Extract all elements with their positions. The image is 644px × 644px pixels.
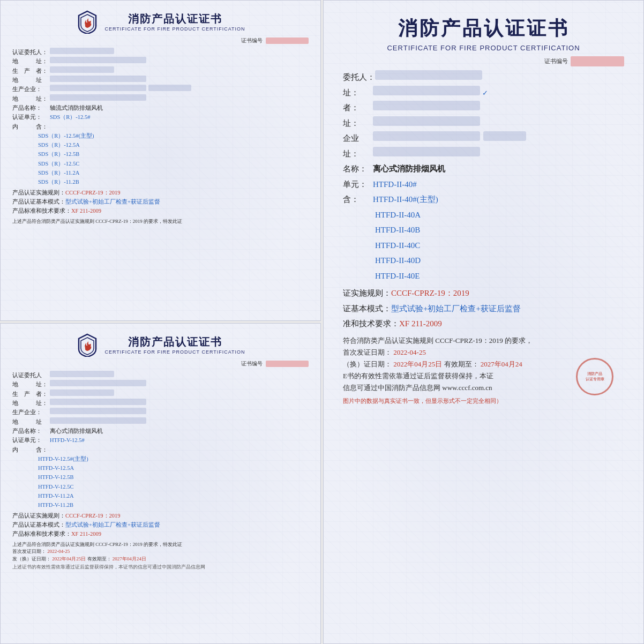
card3-mode-label: 证基本模式： [343,301,391,317]
card2-cert-number-row: 证书编号 [12,360,309,368]
card3-applicant-value [375,70,482,80]
card3-item-1: HTFD-II-40A [375,207,624,223]
card3-manufacturer-value [373,101,480,110]
card3-addr1-value [373,86,480,95]
card3-addr2-label: 址： [343,116,373,131]
card2-addr2-value [50,399,146,405]
card2-contains-item-1: HTFD-V-12.5A [38,463,309,473]
card2-manufacturer-value [50,390,114,396]
card2-standard-value: XF 211-2009 [71,529,101,538]
card3-enterprise-label: 企业 [343,131,373,146]
fire-cert-logo-2 [76,333,99,357]
card3-standard-label: 准和技术要求： [343,316,399,332]
card1-cert-number-value [266,38,309,44]
card2-contains-item-5: HTFD-V-11.2B [38,500,309,510]
card3-mode-value: 型式试验+初始工厂检查+获证后监督 [391,301,521,317]
card1-title-en: CERTIFICATE FOR FIRE PRODUCT CERTIFICATI… [104,26,245,32]
card3-product-label: 名称： [343,161,373,177]
card1-manufacturer-label: 生 产 者： [12,66,50,76]
card2-footer-compliance: 上述产品符合消防类产品认证实施规则 CCCF-CPRZ-19：2019 的要求，… [12,541,309,549]
card1-product-value: 轴流式消防排烟风机 [50,103,103,113]
card1-cert-number-row: 证书编号 [12,37,309,44]
card2-first-issue: 首次发证日期： 2022-04-25 [12,548,309,556]
card1-manufacturer-value [50,66,114,73]
card3-standard-value: XF 211-2009 [399,316,442,332]
card3-item-4: HTFD-II-40D [375,253,624,268]
card3-contains-item-main: HTFD-II-40#(主型) [373,192,438,207]
card3-addr1-checkmark: ✓ [482,87,488,100]
card1-mode-label: 产品认证基本模式： [12,197,65,206]
fire-cert-logo-1 [76,10,99,34]
card2-cert-number-label: 证书编号 [241,360,263,368]
card3-valid-date: 2027年04月24 [481,360,522,368]
card2-contains-items: HTFD-V-12.5#(主型) HTFD-V-12.5A HTFD-V-12.… [38,454,309,510]
card1-contains-label: 内 含： [12,122,50,131]
card2-applicant-label: 认证委托人 [12,371,50,380]
certificate-card-large: 消防产品认证证书 CERTIFICATE FOR FIRE PRODUCT CE… [323,0,644,644]
card1-rule-value: CCCF-CPRZ-19：2019 [65,188,121,197]
card3-cert-number-label: 证书编号 [544,58,568,64]
card2-footer: 上述产品符合消防类产品认证实施规则 CCCF-CPRZ-19：2019 的要求，… [12,541,309,571]
card2-enterprise-value [50,408,146,414]
card1-contains-item-4: SDS（R）-11.2A [38,168,309,177]
card3-applicant-label: 委托人： [343,70,375,85]
card2-addr3-value [50,417,146,424]
card3-footer-compliance: 符合消防类产品认证实施规则 CCCF-CPRZ-19：2019 的要求， [343,335,624,347]
card2-addr1-value [50,380,146,386]
card2-contains-item-3: HTFD-V-12.5C [38,482,309,491]
card1-addr2-label: 地 址 [12,76,50,85]
card1-title-block: 消防产品认证证书 CERTIFICATE FOR FIRE PRODUCT CE… [104,12,245,32]
card1-contains-item-3: SDS（R）-12.5C [38,159,309,168]
card2-contains-label: 内 含： [12,445,50,454]
card3-cert-number-row: 证书编号 [343,56,624,66]
card1-fields: 认证委托人： 地 址： 生 产 者： 地 址 生产企业： 地 [12,48,309,216]
card3-item-3: HTFD-II-40C [375,238,624,253]
certificate-card-1: 消防产品认证证书 CERTIFICATE FOR FIRE PRODUCT CE… [0,0,321,321]
card2-mode-value: 型式试验+初始工厂检查+获证后监督 [65,520,160,529]
card1-unit-value: SDS（R）-12.5# [50,113,90,122]
card3-enterprise-value2 [483,131,526,141]
card3-stamp-text: 消防产品认证专用章 [586,371,604,382]
card1-addr1-label: 地 址： [12,57,50,66]
card3-enterprise-value [373,131,480,141]
card1-footer: 上述产品符合消防类产品认证实施规则 CCCF-CPRZ-19：2019 的要求，… [12,218,309,226]
card3-unit-label: 单元： [343,177,373,192]
card3-first-issue-date: 2022-04-25 [393,348,426,356]
card3-first-issue: 首次发证日期： 2022-04-25 [343,347,624,358]
card1-enterprise-value2 [148,85,191,91]
card3-title-en: CERTIFICATE FOR FIRE PRODUCT CERTIFICATI… [343,44,624,52]
card1-unit-label: 认证单元： [12,113,50,122]
card1-addr1-value [50,57,146,63]
card2-renew-row: 发（换）证日期： 2022年04月25日 有效期至： 2027年04月24日 [12,556,309,563]
card2-mode-label: 产品认证基本模式： [12,520,65,529]
card2-product-value: 离心式消防排烟风机 [50,426,103,436]
card1-contains-item-1: SDS（R）-12.5A [38,140,309,149]
card1-standard-value: XF 211-2009 [71,206,101,215]
card1-contains-item-5: SDS（R）-11.2B [38,177,309,186]
card2-addr2-label: 地 址： [12,399,50,408]
card3-unit-value: HTFD-II-40# [373,177,417,192]
card1-contains-item-2: SDS（R）-12.5B [38,149,309,159]
card2-fields: 认证委托人 地 址： 生 产 者： 地 址： 生产企业： 地 址 [12,371,309,539]
card3-manufacturer-label: 者： [343,100,373,116]
certificate-card-2: 消防产品认证证书 CERTIFICATE FOR FIRE PRODUCT CE… [0,323,321,644]
card1-applicant-label: 认证委托人： [12,48,50,57]
card3-stamp: 消防产品认证专用章 [576,358,613,395]
card3-contains-items: HTFD-II-40A HTFD-II-40B HTFD-II-40C HTFD… [375,207,624,284]
card1-addr3-label: 地 址： [12,94,50,103]
card2-title-cn: 消防产品认证证书 [104,335,245,348]
card2-product-label: 产品名称： [12,426,50,436]
card3-header: 消防产品认证证书 CERTIFICATE FOR FIRE PRODUCT CE… [343,16,624,52]
card3-item-5: HTFD-II-40E [375,268,624,284]
card2-cert-number-value [266,361,309,367]
card1-standard-label: 产品标准和技术要求： [12,206,71,215]
card2-first-issue-date: 2022-04-25 [47,549,70,554]
card3-renew-date: 2022年04月25日 [393,360,442,368]
card3-item-2: HTFD-II-40B [375,222,624,238]
card3-title-cn: 消防产品认证证书 [343,16,624,42]
card1-contains-items: SDS（R）-12.5#(主型) SDS（R）-12.5A SDS（R）-12.… [38,131,309,187]
card3-addr2-value [373,116,480,126]
card2-renew-label: 发（换）证日期： [12,556,51,561]
card3-addr1-label: 址： [343,85,373,101]
card2-enterprise-label: 生产企业： [12,408,50,417]
